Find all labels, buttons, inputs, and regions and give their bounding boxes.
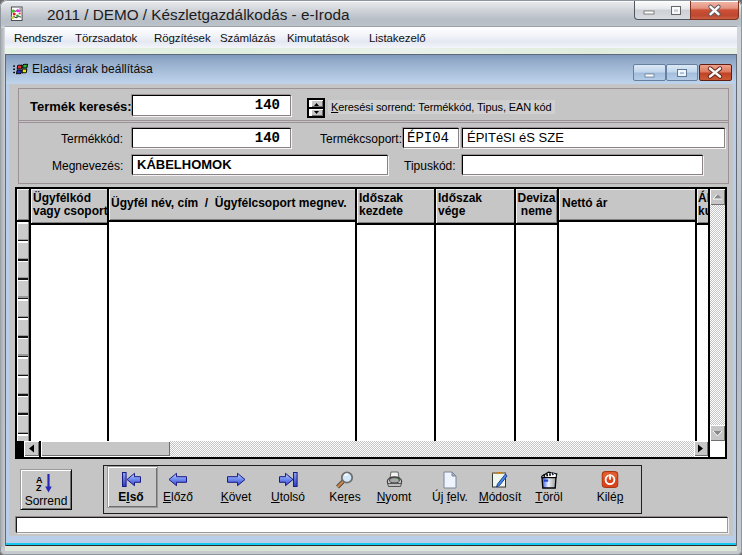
svg-text:Z: Z [36,483,42,493]
